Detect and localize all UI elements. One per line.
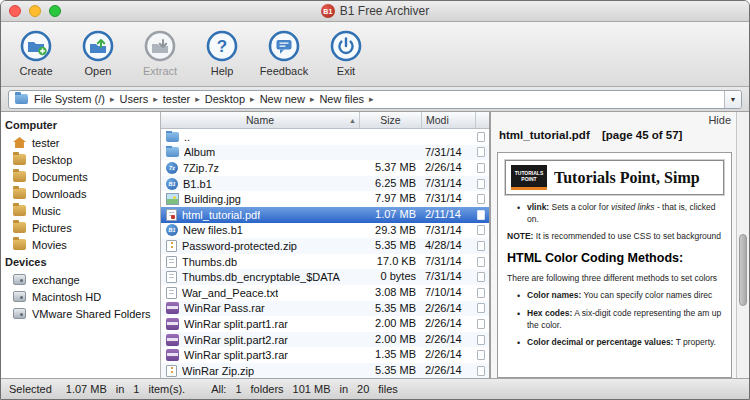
file-mini-icon <box>477 288 485 298</box>
chevron-down-icon: ▼ <box>730 96 737 103</box>
sidebar-item-icon <box>13 154 26 165</box>
table-row[interactable]: .. <box>161 129 489 145</box>
sidebar-item[interactable]: tester <box>1 134 160 151</box>
table-row[interactable]: Album 7/31/14 <box>161 145 489 161</box>
table-row[interactable]: Building.jpg 7.97 MB 7/31/14 <box>161 191 489 207</box>
file-type-icon <box>166 193 179 205</box>
bullet-icon <box>517 337 527 350</box>
table-row[interactable]: html_tutorial.pdf 1.07 MB 2/11/14 <box>161 207 489 223</box>
file-name: .. <box>184 131 190 143</box>
file-type-icon <box>166 178 178 190</box>
path-dropdown-button[interactable]: ▼ <box>724 90 741 109</box>
table-row[interactable]: WinRar split.part3.rar 1.35 MB 2/26/14 <box>161 347 489 363</box>
sidebar-item[interactable]: Documents <box>1 168 160 185</box>
file-type-icon <box>166 132 179 142</box>
file-mini-icon <box>477 163 485 173</box>
drive-icon <box>13 308 26 319</box>
table-row[interactable]: WinRar split.part2.rar 2.00 MB 2/26/14 <box>161 332 489 348</box>
file-modified: 7/31/14 <box>421 223 475 239</box>
drive-icon <box>13 274 26 285</box>
sidebar-device-item[interactable]: exchange <box>1 271 160 288</box>
column-header-size[interactable]: Size <box>359 112 421 128</box>
sidebar-device-item[interactable]: Macintosh HD <box>1 288 160 305</box>
main-content: Computer tester Desktop Documents <box>1 112 749 378</box>
create-button[interactable]: Create <box>7 26 65 77</box>
breadcrumb[interactable]: File System (/) ▸ Users ▸ tester ▸ Deskt… <box>8 90 742 109</box>
pdf-preview: TUTORIALS POINT Tutorials Point, Simp vl… <box>497 152 732 378</box>
open-button[interactable]: Open <box>69 26 127 77</box>
create-label: Create <box>19 65 52 77</box>
table-row[interactable]: WinRar split.part1.rar 2.00 MB 2/26/14 <box>161 316 489 332</box>
sidebar: Computer tester Desktop Documents <box>1 112 161 378</box>
extract-button[interactable]: Extract <box>131 26 189 77</box>
status-items-label: item(s). <box>148 383 185 395</box>
column-header-modified[interactable]: Modi <box>421 112 475 128</box>
file-size: 2.00 MB <box>359 332 421 348</box>
file-mini-icon <box>477 132 485 142</box>
table-row[interactable]: Thumbs.db 17.0 KB 7/31/14 <box>161 254 489 270</box>
minimize-button[interactable] <box>29 5 41 17</box>
sidebar-item[interactable]: Pictures <box>1 219 160 236</box>
file-size: 2.00 MB <box>359 316 421 332</box>
table-row[interactable]: Password-protected.zip 5.35 MB 4/28/14 <box>161 238 489 254</box>
table-row[interactable]: War_and_Peace.txt 3.08 MB 7/10/14 <box>161 285 489 301</box>
file-modified: 2/11/14 <box>421 207 475 223</box>
column-header-name[interactable]: Name ▲ <box>161 112 359 128</box>
help-button[interactable]: ? Help <box>193 26 251 77</box>
hide-preview-button[interactable]: Hide <box>708 114 731 126</box>
table-row[interactable]: 7Zip.7z 5.37 MB 2/26/14 <box>161 160 489 176</box>
open-label: Open <box>85 65 112 77</box>
file-name: New files.b1 <box>183 224 243 236</box>
breadcrumb-segment[interactable]: File System (/) <box>34 93 105 105</box>
sidebar-device-item[interactable]: VMware Shared Folders <box>1 305 160 322</box>
exit-button[interactable]: Exit <box>317 26 375 77</box>
bullet-icon <box>517 290 527 303</box>
file-mini-icon <box>477 257 485 267</box>
pdf-bullet: Hex codes: A six-digit code representing… <box>517 308 722 332</box>
title-bar[interactable]: B1 B1 Free Archiver <box>1 1 749 22</box>
sidebar-item-label: Macintosh HD <box>32 291 101 303</box>
file-list-body: .. Album 7/31/14 <box>161 129 489 378</box>
file-size: 0 bytes <box>359 269 421 285</box>
breadcrumb-segment[interactable]: tester <box>163 93 191 105</box>
file-name: WinRar Zip.zip <box>182 365 254 377</box>
file-size: 29.3 MB <box>359 223 421 239</box>
feedback-button[interactable]: Feedback <box>255 26 313 77</box>
preview-file-name: html_tutorial.pdf <box>499 129 590 141</box>
sidebar-header-computer: Computer <box>1 116 160 134</box>
sidebar-item[interactable]: Movies <box>1 236 160 253</box>
pdf-body-text: vlink: Sets a color for visited links - … <box>505 195 724 350</box>
table-row[interactable]: Thumbs.db_encryptable_$DATA 0 bytes 7/31… <box>161 269 489 285</box>
table-row[interactable]: WinRar Zip.zip 5.35 MB 2/26/14 <box>161 363 489 378</box>
preview-scrollbar[interactable] <box>736 112 749 378</box>
file-size: 5.37 MB <box>359 160 421 176</box>
file-type-icon <box>166 302 179 314</box>
breadcrumb-segment[interactable]: New files <box>319 93 364 105</box>
file-mini-icon <box>477 194 485 204</box>
sidebar-item[interactable]: Downloads <box>1 185 160 202</box>
sidebar-item[interactable]: Desktop <box>1 151 160 168</box>
file-size: 1.07 MB <box>359 207 421 223</box>
sidebar-item[interactable]: Music <box>1 202 160 219</box>
file-type-icon <box>166 240 177 252</box>
breadcrumb-segment[interactable]: New new <box>260 93 305 105</box>
breadcrumb-segment[interactable]: Users <box>119 93 148 105</box>
zoom-button[interactable] <box>49 5 61 17</box>
table-row[interactable]: B1.b1 6.25 MB 7/31/14 <box>161 176 489 192</box>
file-modified: 2/26/14 <box>421 316 475 332</box>
close-button[interactable] <box>9 5 21 17</box>
pdf-bullet: Color decimal or percentage values: T pr… <box>517 337 722 350</box>
file-modified: 7/31/14 <box>421 254 475 270</box>
status-selected-count: 1 <box>133 383 139 395</box>
breadcrumb-segment[interactable]: Desktop <box>205 93 245 105</box>
file-size: 1.35 MB <box>359 347 421 363</box>
breadcrumb-separator-icon: ▸ <box>310 94 315 104</box>
feedback-icon <box>266 28 302 64</box>
path-bar: File System (/) ▸ Users ▸ tester ▸ Deskt… <box>1 87 749 112</box>
table-row[interactable]: WinRar Pass.rar 5.35 MB 2/26/14 <box>161 301 489 317</box>
file-mini-icon <box>477 350 485 360</box>
file-modified: 7/31/14 <box>421 176 475 192</box>
status-folder-count: 1 <box>235 383 241 395</box>
table-row[interactable]: New files.b1 29.3 MB 7/31/14 <box>161 223 489 239</box>
scrollbar-thumb[interactable] <box>739 234 747 306</box>
